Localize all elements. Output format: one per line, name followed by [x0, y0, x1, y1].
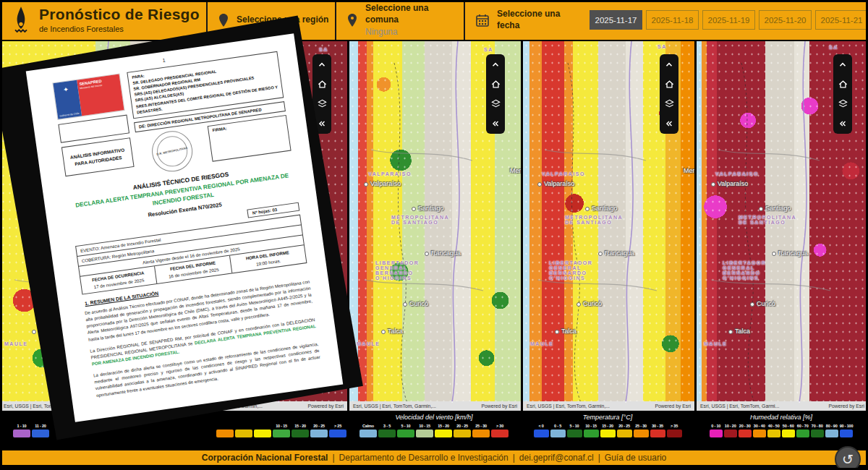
home-extent-button[interactable]: [661, 76, 677, 92]
legend-category: < 0: [534, 423, 549, 437]
home-icon: [664, 79, 675, 90]
legend-color-swatch: [254, 430, 271, 437]
legend-category-label: 40 - 50: [768, 423, 780, 429]
legend-category: 20 - 30: [739, 423, 752, 437]
collapse-up-button[interactable]: [661, 56, 677, 72]
powered-by-esri-link[interactable]: Powered by Esri: [655, 403, 692, 409]
date-buttons: 2025-11-172025-11-182025-11-192025-11-20…: [590, 10, 868, 30]
footer-separator: |: [513, 453, 515, 463]
legend-color-swatch: [634, 430, 649, 437]
legend-color-swatch: [767, 430, 780, 437]
date-button[interactable]: 2025-11-21: [815, 10, 868, 30]
collapse-left-button[interactable]: [488, 116, 503, 132]
double-chevron-left-icon: [664, 119, 674, 129]
collapse-up-button[interactable]: [835, 56, 851, 72]
comuna-select-value: Ninguna: [365, 27, 464, 37]
legend-category-label: 10 - 15: [585, 423, 597, 429]
legend-category-label: 30 - 40: [754, 423, 765, 429]
legend-color-swatch: [416, 430, 433, 437]
layers-button[interactable]: [488, 96, 503, 112]
legend-color-swatch: [359, 430, 377, 437]
legend-category: > 30: [491, 423, 509, 437]
map-attribution: Esri, USGS | Esri, TomTom, Garmin,...: [353, 403, 436, 409]
legend-color-swatch: [600, 430, 616, 437]
layers-button[interactable]: [661, 96, 677, 112]
legend-category: 20 - 25: [617, 423, 632, 437]
legend-category-label: 5 - 10: [401, 423, 411, 429]
legend-category: 80 - 90: [825, 423, 838, 437]
map-controls: [833, 54, 852, 134]
home-extent-button[interactable]: [314, 76, 330, 92]
legend-color-swatch: [650, 430, 665, 437]
legend-category-label: 25 - 30: [475, 423, 487, 429]
legend-color-swatch: [435, 430, 452, 437]
doc-stamp-text: D.R. METROPOLITANA: [156, 146, 188, 156]
date-selector: Seleccione una fecha 2025-11-172025-11-1…: [464, 0, 868, 40]
map-attribution-bar: Esri, USGS | Esri, TomTom, Garmin,... Po…: [349, 401, 521, 411]
legend-category-label: Calmo: [362, 423, 374, 429]
legend: Humedad relativa [%]0 - 1010 - 2020 - 30…: [694, 411, 868, 450]
legend-color-swatch: [378, 430, 396, 437]
footer-separator: |: [598, 453, 600, 463]
chevron-up-icon: [490, 59, 501, 69]
legend-color-swatch: [724, 430, 737, 437]
legend-category: 11 - 20: [32, 423, 49, 437]
legend-category-label: 70 - 80: [812, 423, 823, 429]
comuna-select[interactable]: Seleccione una comuna Ninguna: [335, 0, 464, 40]
gov-emblem-icon: ✦: [54, 85, 78, 95]
map-attribution: Esri, USGS | Esri, TomTom, Garmin,...: [527, 403, 610, 409]
legend-category-label: 30 - 35: [652, 423, 663, 429]
legend-color-swatch: [235, 430, 252, 437]
legend-category-label: 11 - 20: [35, 423, 46, 429]
legend-category: 10 - 15: [584, 423, 599, 437]
legend-category-label: 10 - 15: [276, 423, 287, 429]
legend-color-swatch: [811, 430, 824, 437]
legend-category: 5 - 10: [567, 423, 582, 437]
collapse-left-button[interactable]: [661, 116, 677, 132]
date-button[interactable]: 2025-11-20: [759, 10, 812, 30]
legend-category-label: 15 - 20: [602, 423, 613, 429]
top-header: Pronóstico de Riesgo de Incendios Forest…: [0, 0, 868, 40]
legend-category-label: > 30: [496, 423, 503, 429]
home-extent-button[interactable]: [488, 76, 503, 92]
layers-icon: [317, 98, 328, 109]
powered-by-esri-link[interactable]: Powered by Esri: [482, 403, 518, 409]
gov-chile-label: Gobierno de Chile: [58, 111, 82, 118]
legend-category: > 35: [667, 423, 682, 437]
legend-category-label: 25 - 30: [635, 423, 647, 429]
legend-category: 60 - 70: [796, 423, 809, 437]
legend-color-swatch: [329, 430, 346, 437]
layers-button[interactable]: [835, 96, 851, 112]
powered-by-esri-link[interactable]: Powered by Esri: [829, 403, 865, 409]
legend-category: 0 - 5: [550, 423, 566, 437]
collapse-left-button[interactable]: [835, 116, 851, 132]
map-panel: SAVALPARAISOMETROPOLITANA DE SANTIAGOLIB…: [694, 41, 868, 411]
legend-category: 15 - 20: [600, 423, 616, 437]
date-button[interactable]: 2025-11-17: [590, 10, 642, 30]
legend-category: 1 - 10: [13, 423, 30, 437]
date-button[interactable]: 2025-11-18: [646, 10, 699, 30]
collapse-up-button[interactable]: [488, 56, 503, 72]
legend-color-swatch: [567, 430, 582, 437]
refresh-button[interactable]: ↺: [835, 446, 861, 470]
legend-category-label: 3 - 5: [383, 423, 391, 429]
date-button[interactable]: 2025-11-19: [702, 10, 755, 30]
legend-color-swatch: [491, 430, 509, 437]
legend-category-label: 5 - 10: [570, 423, 579, 429]
legend-category-label: > 35: [671, 423, 678, 429]
footer: Corporación Nacional Forestal | Departam…: [0, 450, 868, 470]
legend-category: 3 - 5: [378, 423, 396, 437]
chevron-up-icon: [317, 59, 327, 69]
user-guide-link[interactable]: Guía de usuario: [605, 453, 666, 463]
collapse-up-button[interactable]: [314, 56, 330, 72]
legend-category-label: 20 - 25: [618, 423, 630, 429]
layers-button[interactable]: [314, 96, 330, 112]
legend-color-swatch: [739, 430, 752, 437]
legend-color-swatch: [550, 430, 566, 437]
home-extent-button[interactable]: [835, 76, 851, 92]
legend-category: 10 - 20: [724, 423, 737, 437]
legend-color-swatch: [534, 430, 549, 437]
map-controls: [486, 54, 505, 134]
powered-by-esri-link[interactable]: Powered by Esri: [308, 403, 344, 409]
comuna-select-label: Seleccione una comuna: [365, 3, 464, 25]
